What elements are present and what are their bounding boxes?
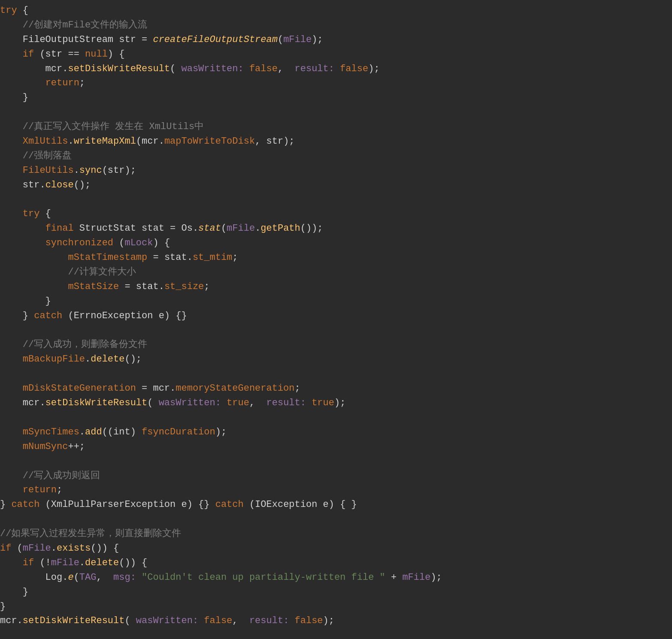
code-line: FileUtils.sync(str); bbox=[0, 163, 672, 178]
code-line: if (mFile.exists()) { bbox=[0, 541, 672, 556]
code-line: XmlUtils.writeMapXml(mcr.mapToWriteToDis… bbox=[0, 134, 672, 149]
code-line: if (str == null) { bbox=[0, 47, 672, 62]
code-line: mNumSync++; bbox=[0, 440, 672, 454]
code-line bbox=[0, 454, 672, 469]
code-line: mBackupFile.delete(); bbox=[0, 352, 672, 367]
code-line bbox=[0, 193, 672, 207]
code-line: return; bbox=[0, 76, 672, 90]
code-line: mcr.setDiskWriteResult( wasWritten: fals… bbox=[0, 614, 672, 628]
code-line: //如果写入过程发生异常，则直接删除文件 bbox=[0, 527, 672, 541]
code-line: mDiskStateGeneration = mcr.memoryStateGe… bbox=[0, 381, 672, 396]
code-line: //写入成功，则删除备份文件 bbox=[0, 338, 672, 352]
code-line bbox=[0, 367, 672, 381]
code-line: //强制落盘 bbox=[0, 149, 672, 163]
code-line bbox=[0, 323, 672, 338]
code-line: } bbox=[0, 294, 672, 309]
code-line: mStatSize = stat.st_size; bbox=[0, 280, 672, 294]
code-line bbox=[0, 105, 672, 120]
code-line: } bbox=[0, 600, 672, 614]
code-line: //创建对mFile文件的输入流 bbox=[0, 18, 672, 33]
code-line: try { bbox=[0, 3, 672, 18]
code-line: str.close(); bbox=[0, 178, 672, 193]
code-line: mcr.setDiskWriteResult( wasWritten: true… bbox=[0, 396, 672, 410]
code-line: //写入成功则返回 bbox=[0, 469, 672, 483]
code-line: } catch (XmlPullParserException e) {} ca… bbox=[0, 497, 672, 512]
code-line: } bbox=[0, 90, 672, 105]
code-line bbox=[0, 410, 672, 425]
code-line: return; bbox=[0, 483, 672, 497]
code-line: synchronized (mLock) { bbox=[0, 236, 672, 250]
code-line: Log.e(TAG, msg: "Couldn't clean up parti… bbox=[0, 570, 672, 585]
code-line: if (!mFile.delete()) { bbox=[0, 556, 672, 570]
code-line: //真正写入文件操作 发生在 XmlUtils中 bbox=[0, 120, 672, 134]
code-line: mSyncTimes.add((int) fsyncDuration); bbox=[0, 425, 672, 440]
code-line: mcr.setDiskWriteResult( wasWritten: fals… bbox=[0, 62, 672, 76]
code-line: final StructStat stat = Os.stat(mFile.ge… bbox=[0, 221, 672, 236]
code-line: } catch (ErrnoException e) {} bbox=[0, 309, 672, 323]
code-line: //计算文件大小 bbox=[0, 265, 672, 280]
code-line: mStatTimestamp = stat.st_mtim; bbox=[0, 250, 672, 265]
code-line bbox=[0, 512, 672, 527]
code-line: } bbox=[0, 585, 672, 600]
code-block: try { //创建对mFile文件的输入流 FileOutputStream … bbox=[0, 0, 672, 632]
code-line: FileOutputStream str = createFileOutputS… bbox=[0, 33, 672, 47]
code-line: try { bbox=[0, 207, 672, 221]
